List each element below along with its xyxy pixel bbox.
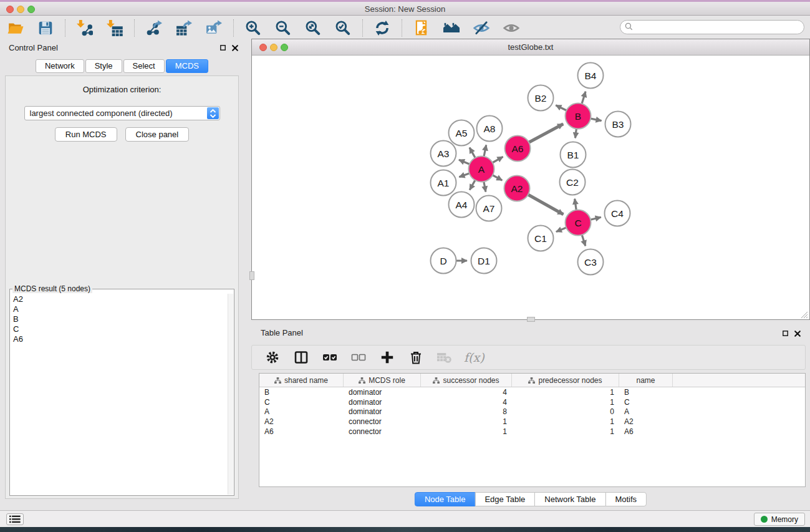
export-image-button[interactable] bbox=[203, 17, 224, 39]
close-panel-icon[interactable] bbox=[231, 44, 239, 52]
delete-table-button[interactable] bbox=[435, 348, 454, 367]
graph-node-A4[interactable]: A4 bbox=[449, 192, 475, 218]
cell-shared-name: A6 bbox=[259, 427, 344, 436]
zoom-in-button[interactable] bbox=[243, 17, 264, 39]
column-view-button[interactable] bbox=[292, 348, 311, 367]
graph-node-B[interactable]: B bbox=[566, 104, 591, 129]
column-header-MCDS-role[interactable]: MCDS role bbox=[344, 374, 421, 387]
tab-network[interactable]: Network bbox=[36, 59, 84, 73]
create-column-button[interactable] bbox=[378, 348, 397, 367]
splitter-handle-left[interactable] bbox=[249, 271, 254, 280]
attribute-options-icon bbox=[265, 350, 280, 365]
float-panel-icon[interactable] bbox=[219, 44, 227, 52]
resize-grip-icon[interactable] bbox=[800, 310, 809, 319]
tab-edge-table[interactable]: Edge Table bbox=[475, 492, 535, 506]
graph-node-C3[interactable]: C3 bbox=[578, 249, 604, 275]
svg-text:C: C bbox=[574, 218, 581, 228]
table-row[interactable]: Cdominator41C bbox=[259, 397, 805, 407]
column-header-name[interactable]: name bbox=[619, 374, 673, 387]
search-box[interactable] bbox=[620, 20, 804, 34]
splitter-handle-bottom[interactable] bbox=[527, 317, 535, 322]
network-window-titlebar[interactable]: testGlobe.txt bbox=[252, 39, 809, 56]
show-all-button[interactable] bbox=[501, 17, 522, 39]
graph-node-C1[interactable]: C1 bbox=[528, 226, 554, 251]
table-row[interactable]: A6connector11A6 bbox=[259, 427, 805, 437]
create-column-icon bbox=[380, 350, 395, 365]
close-table-panel-icon[interactable] bbox=[793, 329, 801, 337]
scrollbar-track[interactable] bbox=[228, 294, 233, 495]
graph-node-A3[interactable]: A3 bbox=[431, 141, 456, 167]
graph-node-B3[interactable]: B3 bbox=[605, 112, 631, 137]
column-header-shared-name[interactable]: shared name bbox=[259, 374, 344, 387]
cell-successor-nodes: 4 bbox=[421, 388, 512, 397]
tab-network-table[interactable]: Network Table bbox=[534, 492, 605, 506]
table-header-row: shared nameMCDS rolesuccessor nodesprede… bbox=[259, 374, 805, 387]
dropdown-stepper-icon bbox=[207, 107, 219, 119]
graph-node-A2[interactable]: A2 bbox=[504, 176, 530, 201]
graph-node-A6[interactable]: A6 bbox=[505, 136, 531, 162]
unselect-all-columns-button[interactable] bbox=[349, 348, 368, 367]
graph-node-B2[interactable]: B2 bbox=[528, 85, 554, 111]
zoom-selected-button[interactable] bbox=[332, 17, 354, 39]
control-panel: Control Panel NetworkStyleSelectMCDS Opt… bbox=[0, 39, 244, 510]
open-session-button[interactable] bbox=[5, 17, 26, 39]
graph-node-C2[interactable]: C2 bbox=[560, 170, 586, 195]
export-table-button[interactable] bbox=[173, 17, 195, 39]
unselect-all-columns-icon bbox=[351, 350, 366, 365]
zoom-out-button[interactable] bbox=[272, 17, 294, 39]
search-input[interactable] bbox=[635, 21, 804, 33]
first-neighbors-button[interactable] bbox=[441, 17, 462, 39]
network-canvas[interactable]: B4B2BB3A8A5A6A3B1AC2A1A2A4A7C4CC1C3DD1 bbox=[252, 56, 809, 319]
table-toolbar: f(x) bbox=[251, 345, 806, 370]
graph-node-C[interactable]: C bbox=[566, 210, 591, 236]
tab-select[interactable]: Select bbox=[123, 59, 165, 73]
window-titlebar[interactable]: Session: New Session bbox=[0, 0, 810, 16]
run-mcds-button[interactable]: Run MCDS bbox=[55, 127, 117, 142]
optimization-criterion-select[interactable]: largest connected component (directed) bbox=[24, 106, 220, 120]
svg-text:B4: B4 bbox=[585, 70, 597, 81]
first-neighbors-icon bbox=[443, 20, 460, 36]
tab-mcds[interactable]: MCDS bbox=[166, 59, 208, 73]
graph-node-C4[interactable]: C4 bbox=[605, 201, 630, 226]
float-table-panel-icon[interactable] bbox=[781, 329, 789, 337]
graph-node-A[interactable]: A bbox=[469, 157, 494, 182]
tab-node-table[interactable]: Node Table bbox=[415, 492, 476, 506]
hide-selected-button[interactable] bbox=[471, 17, 492, 39]
task-history-button[interactable] bbox=[6, 513, 24, 525]
close-panel-button[interactable]: Close panel bbox=[125, 127, 190, 142]
save-session-button[interactable] bbox=[35, 17, 56, 39]
mcds-result-item: B bbox=[11, 314, 228, 324]
network-from-selection-button[interactable] bbox=[411, 17, 432, 39]
cell-shared-name: B bbox=[259, 388, 344, 397]
import-network-button[interactable] bbox=[74, 17, 95, 39]
zoom-fit-button[interactable] bbox=[302, 17, 324, 39]
table-row[interactable]: Adominator80A bbox=[259, 407, 805, 417]
column-header-successor-nodes[interactable]: successor nodes bbox=[421, 374, 512, 387]
table-row[interactable]: Bdominator41B bbox=[259, 387, 805, 397]
graph-node-A1[interactable]: A1 bbox=[431, 170, 456, 196]
select-all-columns-button[interactable] bbox=[321, 348, 339, 367]
graph-node-D1[interactable]: D1 bbox=[471, 248, 497, 274]
delete-columns-button[interactable] bbox=[407, 348, 425, 367]
tab-style[interactable]: Style bbox=[85, 59, 122, 73]
column-header-predecessor-nodes[interactable]: predecessor nodes bbox=[512, 374, 619, 387]
graph-node-A7[interactable]: A7 bbox=[476, 196, 502, 221]
memory-button[interactable]: Memory bbox=[754, 513, 805, 526]
table-row[interactable]: A2connector11A2 bbox=[259, 417, 805, 427]
mcds-panel: Optimization criterion: largest connecte… bbox=[5, 75, 239, 499]
export-network-button[interactable] bbox=[143, 17, 165, 39]
refresh-button[interactable] bbox=[372, 17, 393, 39]
graph-node-D[interactable]: D bbox=[431, 248, 456, 274]
node-table: shared nameMCDS rolesuccessor nodesprede… bbox=[259, 373, 806, 487]
tab-motifs[interactable]: Motifs bbox=[605, 492, 647, 506]
delete-table-icon bbox=[437, 350, 452, 365]
import-table-button[interactable] bbox=[104, 17, 125, 39]
cell-MCDS-role: connector bbox=[344, 417, 421, 426]
attribute-options-button[interactable] bbox=[263, 348, 282, 367]
graph-node-B1[interactable]: B1 bbox=[561, 142, 586, 168]
graph-node-A8[interactable]: A8 bbox=[477, 116, 503, 142]
graph-node-B4[interactable]: B4 bbox=[578, 63, 604, 89]
cell-predecessor-nodes: 1 bbox=[512, 427, 619, 436]
graph-node-A5[interactable]: A5 bbox=[449, 120, 475, 146]
function-builder-button[interactable]: f(x) bbox=[464, 351, 485, 364]
